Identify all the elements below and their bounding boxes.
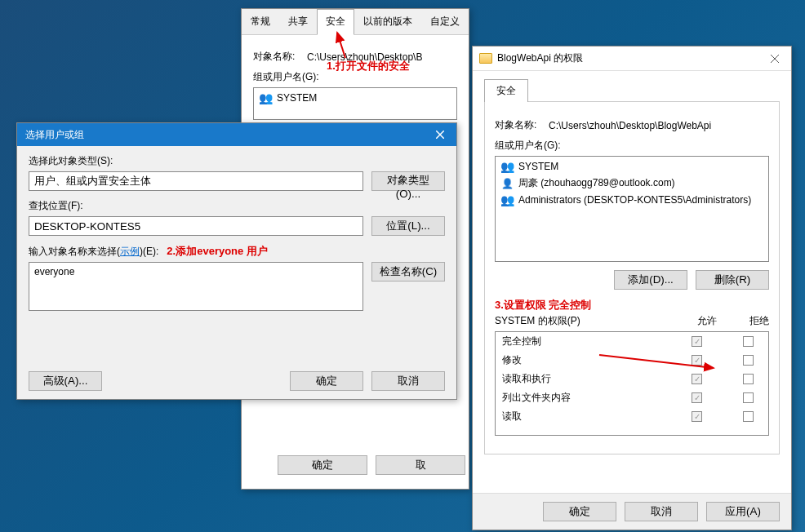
location-input — [29, 216, 363, 236]
tab-general[interactable]: 常规 — [242, 9, 279, 34]
svg-line-7 — [599, 355, 714, 368]
object-path-text: C:\Users\zhouh\Desktop\B — [307, 51, 457, 63]
perm-name: 完全控制 — [502, 335, 692, 348]
perm-name — [502, 428, 692, 436]
groups-label: 组或用户名(G): — [253, 70, 457, 84]
add-button[interactable]: 添加(D)... — [614, 270, 687, 290]
annotation-3: 3.设置权限 完全控制 — [495, 298, 591, 313]
close-button[interactable] — [424, 123, 456, 146]
deny-checkbox[interactable] — [743, 336, 754, 347]
object-name-label: 对象名称: — [253, 50, 302, 64]
perm-name: 读取 — [502, 410, 692, 423]
object-path-text: C:\Users\zhouh\Desktop\BlogWebApi — [549, 120, 769, 131]
permissions-table[interactable]: 完全控制 修改 读取和执行 列出文件夹内容 读取 — [495, 331, 769, 436]
user-name: SYSTEM — [277, 92, 317, 104]
list-item[interactable]: 👥 SYSTEM — [497, 158, 767, 175]
list-item[interactable]: 👤 周豪 (zhouhaogg789@outlook.com) — [497, 175, 767, 192]
tabs-bar: 常规 共享 安全 以前的版本 自定义 — [242, 9, 469, 35]
table-row: 读取 — [496, 407, 768, 426]
properties-body: 对象名称: C:\Users\zhouh\Desktop\B 组或用户名(G):… — [242, 35, 469, 136]
names-label: 输入对象名称来选择(示例)(E): 2.添加everyone 用户 — [29, 244, 445, 259]
deny-checkbox[interactable] — [743, 392, 754, 403]
close-button[interactable] — [758, 47, 791, 71]
groups-label: 组或用户名(G): — [495, 139, 769, 153]
perm-name: 列出文件夹内容 — [502, 391, 692, 405]
close-icon — [771, 55, 779, 63]
user-name: SYSTEM — [518, 161, 558, 172]
tab-custom[interactable]: 自定义 — [421, 9, 469, 34]
object-type-label: 选择此对象类型(S): — [29, 154, 445, 168]
select-user-dialog: 选择用户或组 选择此对象类型(S): 对象类型(O)... 查找位置(F): 位… — [16, 122, 457, 400]
object-type-input — [29, 171, 363, 191]
example-link[interactable]: 示例 — [120, 246, 140, 257]
allow-checkbox[interactable] — [692, 336, 702, 347]
people-icon: 👥 — [259, 91, 272, 104]
perm-for-label: SYSTEM 的权限(P) — [495, 314, 580, 328]
apply-button[interactable]: 应用(A) — [706, 502, 780, 521]
titlebar[interactable]: BlogWebApi 的权限 — [473, 47, 791, 71]
dialog-title: 选择用户或组 — [25, 128, 84, 142]
deny-header: 拒绝 — [749, 314, 769, 328]
check-names-button[interactable]: 检查名称(C) — [371, 262, 445, 282]
advanced-button[interactable]: 高级(A)... — [29, 371, 102, 391]
cancel-button[interactable]: 取消 — [371, 371, 445, 391]
allow-checkbox[interactable] — [692, 374, 702, 384]
deny-checkbox[interactable] — [743, 374, 754, 384]
list-item[interactable]: 👥 Administrators (DESKTOP-KONTES5\Admini… — [497, 192, 767, 208]
perm-name: 读取和执行 — [502, 372, 692, 386]
object-name-label: 对象名称: — [495, 118, 544, 132]
annotation-2: 2.添加everyone 用户 — [167, 245, 268, 257]
back-buttons-row: 确定 取 — [278, 455, 465, 475]
list-item[interactable]: 👥 SYSTEM — [256, 90, 455, 106]
table-row: 列出文件夹内容 — [496, 388, 768, 407]
deny-checkbox[interactable] — [743, 411, 754, 422]
person-icon: 👤 — [500, 177, 514, 190]
allow-header: 允许 — [697, 314, 717, 328]
perm-body: 安全 对象名称: C:\Users\zhouh\Desktop\BlogWebA… — [473, 71, 791, 463]
allow-checkbox[interactable] — [692, 411, 702, 422]
ok-button[interactable]: 确定 — [290, 371, 363, 391]
remove-button[interactable]: 删除(R) — [696, 270, 769, 290]
close-icon — [436, 131, 444, 139]
tab-previous[interactable]: 以前的版本 — [354, 9, 421, 34]
table-row — [496, 426, 768, 436]
people-icon: 👥 — [500, 193, 514, 206]
dialog-body: 选择此对象类型(S): 对象类型(O)... 查找位置(F): 位置(L)...… — [17, 146, 456, 399]
tab-share[interactable]: 共享 — [279, 9, 317, 34]
tab-security[interactable]: 安全 — [484, 79, 528, 102]
user-name: Administrators (DESKTOP-KONTES5\Administ… — [518, 194, 751, 206]
user-group-list[interactable]: 👥 SYSTEM 👤 周豪 (zhouhaogg789@outlook.com)… — [495, 156, 769, 262]
annotation-arrow-3 — [595, 348, 726, 373]
ok-button[interactable]: 确定 — [543, 502, 616, 521]
allow-checkbox[interactable] — [692, 392, 702, 403]
folder-icon — [479, 53, 492, 64]
titlebar[interactable]: 选择用户或组 — [17, 123, 456, 146]
tab-security[interactable]: 安全 — [317, 9, 354, 35]
user-list-bg[interactable]: 👥 SYSTEM — [253, 87, 457, 120]
location-label: 查找位置(F): — [29, 199, 445, 213]
object-types-button[interactable]: 对象类型(O)... — [371, 171, 445, 191]
cancel-button[interactable]: 取 — [376, 455, 465, 475]
window-title: BlogWebApi 的权限 — [497, 51, 583, 65]
ok-button[interactable]: 确定 — [278, 455, 367, 475]
people-icon: 👥 — [500, 160, 514, 173]
deny-checkbox[interactable] — [743, 355, 754, 366]
locations-button[interactable]: 位置(L)... — [371, 216, 445, 236]
bottom-buttons: 确定 取消 应用(A) — [473, 493, 791, 530]
names-input[interactable]: everyone — [29, 262, 363, 311]
cancel-button[interactable]: 取消 — [625, 502, 698, 521]
user-name: 周豪 (zhouhaogg789@outlook.com) — [518, 176, 675, 190]
permissions-window: BlogWebApi 的权限 安全 对象名称: C:\Users\zhouh\D… — [472, 46, 792, 530]
